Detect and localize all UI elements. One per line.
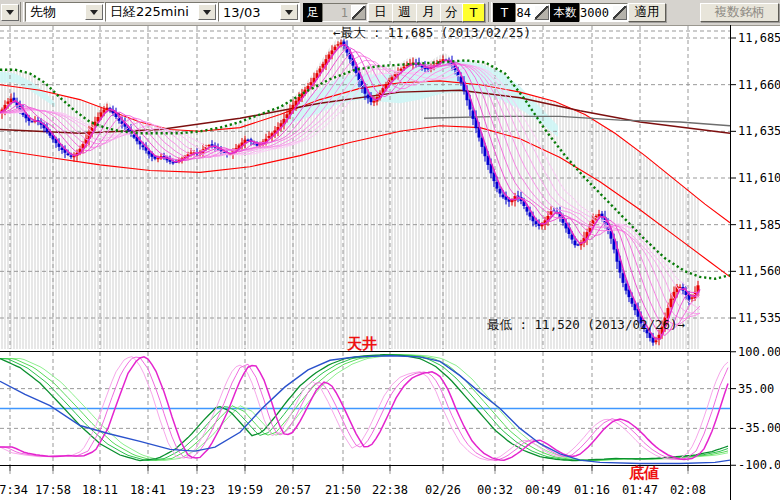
dropdown-arrow-icon[interactable] xyxy=(198,4,216,20)
spinner-icon[interactable] xyxy=(351,5,366,20)
bottom-label: 底値 xyxy=(628,464,659,482)
svg-text:11,635: 11,635 xyxy=(738,124,780,138)
instrument-select[interactable]: 日経225mini xyxy=(105,2,218,22)
spinner-icon[interactable] xyxy=(612,5,627,20)
svg-text:22:38: 22:38 xyxy=(372,483,408,497)
svg-text:11,535: 11,535 xyxy=(738,311,780,325)
dropdown-arrow-icon[interactable] xyxy=(85,4,103,20)
toolbar: 先物 日経225mini 13/03 足 1 日 週 月 分 T T 84 本数… xyxy=(0,0,780,26)
week-button[interactable]: 週 xyxy=(392,3,417,22)
svg-text:19:59: 19:59 xyxy=(227,483,263,497)
svg-text:-35.00: -35.00 xyxy=(738,421,780,435)
price-chart-canvas[interactable]: 11,68511,66011,63511,61011,58511,56011,5… xyxy=(0,25,780,500)
toolbar-separator xyxy=(20,2,24,22)
svg-text:18:11: 18:11 xyxy=(82,483,118,497)
toolbar-separator xyxy=(488,2,492,22)
svg-text:00:32: 00:32 xyxy=(477,483,513,497)
month-button[interactable]: 月 xyxy=(416,3,441,22)
bars-count-stepper[interactable]: 84 xyxy=(515,3,551,22)
svg-text:17:58: 17:58 xyxy=(35,483,71,497)
multi-symbol-button[interactable]: 複数銘柄 xyxy=(700,3,779,22)
svg-text:-100.00: -100.00 xyxy=(738,458,780,472)
svg-text:11,585: 11,585 xyxy=(738,218,780,232)
svg-text:19:23: 19:23 xyxy=(179,483,215,497)
minute-button[interactable]: 分 xyxy=(440,3,463,22)
bar-interval-value: 1 xyxy=(323,4,350,21)
min-price-annotation: 最低 : 11,520 (2013/02/26)→ xyxy=(487,317,686,332)
market-select-value: 先物 xyxy=(26,3,84,21)
bar-type-button[interactable]: 足 xyxy=(303,3,323,22)
max-price-annotation: ←最大 : 11,685 (2013/02/25) xyxy=(333,25,531,40)
ceiling-label: 天井 xyxy=(346,335,377,353)
total-count-value: 3000 xyxy=(580,4,611,21)
svg-text:11,560: 11,560 xyxy=(738,264,780,278)
contract-select-value: 13/03 xyxy=(219,5,279,20)
spinner-icon[interactable] xyxy=(534,5,549,20)
contract-select[interactable]: 13/03 xyxy=(218,2,300,22)
chart-window: 先物 日経225mini 13/03 足 1 日 週 月 分 T T 84 本数… xyxy=(0,0,780,500)
svg-text:00:49: 00:49 xyxy=(525,483,561,497)
svg-text:02:08: 02:08 xyxy=(670,483,706,497)
honsu-button[interactable]: 本数 xyxy=(550,3,580,22)
svg-text:35.00: 35.00 xyxy=(738,382,774,396)
market-select[interactable]: 先物 xyxy=(25,2,105,22)
apply-button[interactable]: 適用 xyxy=(628,3,666,22)
svg-text:100.00: 100.00 xyxy=(738,345,780,359)
svg-text:02/26: 02/26 xyxy=(425,483,461,497)
svg-text:18:41: 18:41 xyxy=(130,483,166,497)
svg-text:17:34: 17:34 xyxy=(0,483,28,497)
svg-text:11,610: 11,610 xyxy=(738,171,780,185)
bars-count-value: 84 xyxy=(516,4,533,21)
svg-text:20:57: 20:57 xyxy=(275,483,311,497)
instrument-select-value: 日経225mini xyxy=(106,3,197,21)
total-count-stepper[interactable]: 3000 xyxy=(579,3,628,22)
svg-text:11,685: 11,685 xyxy=(738,31,780,45)
day-button[interactable]: 日 xyxy=(368,3,393,22)
bar-interval-stepper[interactable]: 1 xyxy=(322,3,368,22)
dropdown-arrow-icon[interactable] xyxy=(280,4,298,20)
tick-button[interactable]: T xyxy=(493,3,516,22)
svg-text:01:16: 01:16 xyxy=(574,483,610,497)
left-dropdown-arrow-icon[interactable] xyxy=(1,4,19,21)
tick-mode-button[interactable]: T xyxy=(462,3,485,22)
svg-text:11,660: 11,660 xyxy=(738,78,780,92)
svg-text:01:47: 01:47 xyxy=(622,483,658,497)
svg-text:21:50: 21:50 xyxy=(325,483,361,497)
